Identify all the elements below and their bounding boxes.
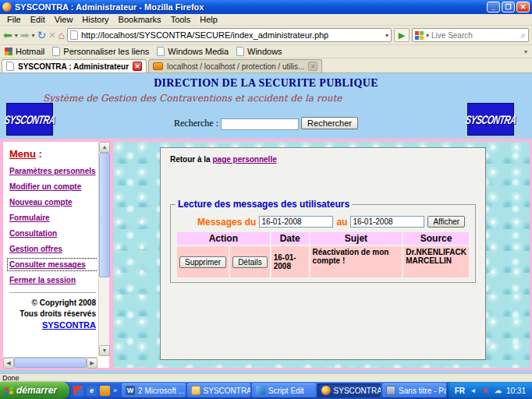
tab-syscontra[interactable]: SYSCONTRA : Administrateur ✕ [2, 59, 147, 72]
cloud-icon[interactable]: ☁ [494, 387, 502, 395]
menu-title: Menu [9, 148, 36, 160]
stop-icon[interactable]: ✕ [48, 28, 55, 42]
bookmark-label: Hotmail [16, 47, 44, 56]
message-subject: Réactivation de mon compte ! [310, 246, 403, 277]
live-search-input[interactable] [431, 31, 518, 40]
action-delete-cell: Supprimer [177, 246, 229, 277]
date-to-input[interactable] [350, 216, 424, 228]
bookmark-label: Personnaliser les liens [63, 47, 149, 56]
scroll-up-icon[interactable]: ▲ [99, 142, 110, 153]
taskbar-button-script-edit[interactable]: Script Edit [252, 383, 316, 397]
tab-localhost[interactable]: localhost / localhost / protection / uti… [148, 59, 322, 72]
menu-bookmarks[interactable]: Bookmarks [115, 14, 165, 25]
language-bar-icon[interactable]: ◂ [469, 387, 477, 395]
back-icon[interactable]: ⬅ [3, 28, 12, 42]
back-text: Retour à la [170, 155, 212, 164]
msn-icon[interactable] [73, 386, 83, 396]
site-search-label: Recherche : [174, 118, 218, 129]
url-bar[interactable]: http://localhost/SYSCONTRA/SECURE/index_… [67, 28, 392, 42]
internet-explorer-icon[interactable]: e [87, 386, 97, 396]
bookmarks-overflow-icon[interactable]: ▾ [524, 48, 527, 55]
menu-history[interactable]: History [78, 14, 112, 25]
back-dropdown-icon[interactable]: ▾ [15, 32, 18, 39]
date-from-input[interactable] [259, 216, 333, 228]
header-sujet: Sujet [310, 232, 403, 245]
scroll-right-icon[interactable]: ▶ [87, 358, 98, 369]
sidebar-menu: Menu : Paramètres personnels Modifier un… [5, 143, 98, 356]
show-desktop-icon[interactable] [100, 386, 110, 396]
kaspersky-icon[interactable]: K [481, 387, 490, 395]
taskbar-button-label: SYSCONTRA : ... [334, 387, 381, 395]
tab-close-icon[interactable]: ✕ [133, 62, 142, 71]
taskbar-button-word[interactable]: W 2 Microsoft ... ▼ [122, 383, 186, 397]
content-box: Retour à la page personnelle Lecture des… [160, 147, 486, 360]
sidebar-item-gestion-offres[interactable]: Gestion offres [9, 245, 98, 253]
quick-launch: e » [69, 386, 121, 396]
taskbar-button-syscontra-folder[interactable]: SYSCONTRA [187, 383, 251, 397]
scrollbar-thumb[interactable] [14, 358, 87, 368]
clock: 10:31 [506, 387, 526, 395]
bookmark-windows[interactable]: Windows [236, 47, 282, 56]
taskbar-button-label: Script Edit [268, 387, 304, 395]
scroll-down-icon[interactable]: ▼ [99, 345, 110, 356]
messages-table: Action Date Sujet Source Supprimer [176, 231, 470, 279]
sidebar-item-parametres[interactable]: Paramètres personnels [9, 167, 98, 175]
message-date: 16-01-2008 [271, 246, 309, 277]
sidebar-item-formulaire[interactable]: Formulaire [9, 214, 98, 222]
menu-tools[interactable]: Tools [167, 14, 195, 25]
forward-icon[interactable]: ➡ [20, 28, 30, 42]
close-button[interactable]: ✕ [516, 2, 530, 12]
search-icon[interactable]: ⌕ [520, 30, 526, 41]
home-icon[interactable]: ⌂ [58, 28, 64, 42]
details-button[interactable]: Détails [232, 256, 268, 268]
hotmail-icon [5, 48, 12, 55]
rechercher-button[interactable]: Rechercher [301, 117, 358, 129]
menu-help[interactable]: Help [196, 14, 222, 25]
live-search-box[interactable]: ▾ ⌕ [412, 28, 529, 42]
menu-view[interactable]: View [51, 14, 77, 25]
start-button[interactable]: démarrer [0, 382, 69, 399]
bookmark-windows-media[interactable]: Windows Media [157, 47, 229, 56]
minimize-button[interactable]: _ [487, 2, 500, 12]
supprimer-button[interactable]: Supprimer [179, 256, 226, 268]
quicklaunch-more-icon[interactable]: » [113, 387, 117, 394]
taskbar-button-firefox[interactable]: SYSCONTRA : ... [317, 383, 381, 397]
taskbar-button-paint[interactable]: Sans titre - Paint [382, 383, 446, 397]
url-dropdown-icon[interactable]: ▾ [385, 32, 388, 39]
forward-dropdown-icon[interactable]: ▾ [31, 32, 34, 39]
restore-button[interactable]: ❐ [502, 2, 515, 12]
bookmark-label: Windows Media [168, 47, 229, 56]
url-text[interactable]: http://localhost/SYSCONTRA/SECURE/index_… [81, 30, 382, 40]
afficher-button[interactable]: Afficher [427, 216, 465, 228]
menu-file[interactable]: File [3, 14, 25, 25]
page-title: DIRECTION DE LA SECURITE PUBLIQUE [0, 73, 532, 90]
page-viewport: DIRECTION DE LA SECURITE PUBLIQUE Systèm… [0, 73, 532, 373]
sidebar-item-consulter-messages[interactable]: Consulter messages [9, 260, 98, 269]
frameset: Menu : Paramètres personnels Modifier un… [0, 139, 532, 370]
scrollbar-thumb[interactable] [99, 153, 110, 277]
scroll-left-icon[interactable]: ◀ [3, 358, 14, 369]
filter-to-label: au [336, 217, 347, 228]
sidebar-horizontal-scrollbar[interactable]: ◀ ▶ [3, 357, 98, 368]
start-label: démarrer [16, 385, 57, 396]
page-personnelle-link[interactable]: page personnelle [212, 155, 276, 164]
site-search-input[interactable] [221, 118, 299, 130]
header-action: Action [177, 232, 270, 245]
sidebar-item-consultation[interactable]: Consultation [9, 229, 98, 238]
tab-label: SYSCONTRA : Administrateur [18, 62, 129, 71]
bookmark-hotmail[interactable]: Hotmail [5, 47, 44, 56]
header-source: Source [403, 232, 469, 245]
go-icon[interactable]: ▶ [394, 28, 410, 42]
sidebar-vertical-scrollbar[interactable]: ▲ ▼ [98, 142, 109, 356]
search-engine-dropdown-icon[interactable]: ▾ [426, 32, 429, 39]
sidebar-item-modifier-compte[interactable]: Modifier un compte [9, 182, 98, 191]
sidebar-item-fermer-session[interactable]: Fermer la session [9, 276, 98, 284]
bookmark-personnaliser[interactable]: Personnaliser les liens [52, 47, 149, 56]
menu-edit[interactable]: Edit [27, 14, 49, 25]
tab-close-icon[interactable]: ✕ [308, 62, 317, 71]
sidebar-item-nouveau-compte[interactable]: Nouveau compte [9, 198, 98, 207]
copyright-syscontra-link[interactable]: SYSCONTRA [42, 320, 96, 330]
reload-icon[interactable]: ↻ [37, 28, 47, 42]
header-date: Date [271, 232, 309, 245]
language-indicator[interactable]: FR [455, 387, 465, 395]
